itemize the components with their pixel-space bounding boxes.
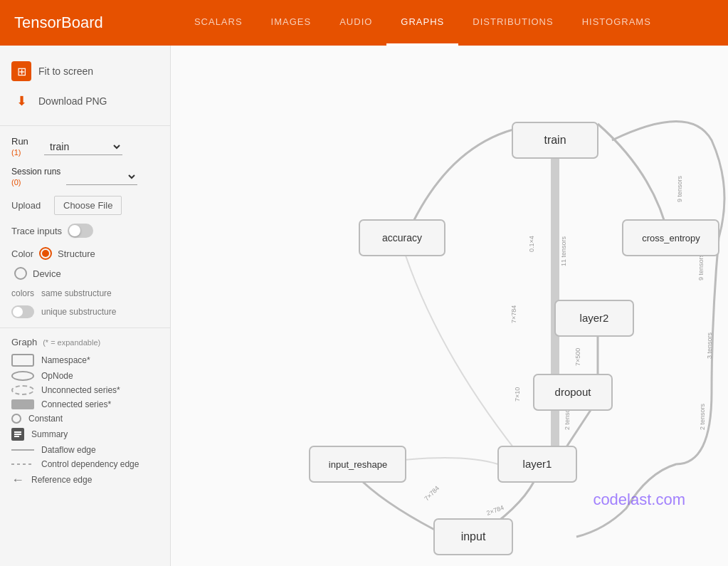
upload-label: Upload: [11, 200, 48, 211]
choose-file-button[interactable]: Choose File: [54, 196, 122, 215]
main-layout: ⊞ Fit to screen ⬇ Download PNG Run (1) t…: [0, 46, 728, 566]
legend-title: Graph: [11, 337, 37, 347]
svg-text:layer1: layer1: [523, 458, 552, 470]
structure-radio[interactable]: [39, 247, 52, 260]
download-icon: ⬇: [11, 91, 31, 111]
device-radio[interactable]: [14, 267, 27, 280]
legend-summary: Summary: [11, 426, 159, 443]
legend-reference-label: Reference edge: [31, 475, 92, 485]
same-substructure-label: same substructure: [41, 288, 112, 298]
legend-dataflow: Dataflow edge: [11, 443, 159, 457]
nav-links: SCALARS IMAGES AUDIO GRAPHS DISTRIBUTION…: [132, 0, 714, 46]
svg-text:11 tensors: 11 tensors: [560, 236, 567, 266]
fit-icon: ⊞: [11, 61, 31, 81]
svg-text:9 tensors: 9 tensors: [697, 253, 705, 281]
run-row: Run (1) train: [0, 132, 170, 162]
legend-opnode-label: OpNode: [41, 371, 73, 381]
legend-namespace-label: Namespace*: [41, 355, 90, 365]
legend-note: (* = expandable): [43, 338, 100, 347]
trace-inputs-label: Trace inputs: [11, 226, 62, 236]
unique-substructure-toggle[interactable]: [11, 305, 34, 318]
color-section: Color Structure Device: [0, 242, 170, 285]
same-substructure-row: colors same substructure: [0, 285, 170, 302]
unique-substructure-row: unique substructure: [0, 302, 170, 322]
session-select[interactable]: [66, 169, 137, 185]
session-label: Session runs: [11, 167, 60, 177]
nav-distributions[interactable]: DISTRIBUTIONS: [458, 0, 567, 46]
legend-connected: Connected series*: [11, 397, 159, 412]
nav-histograms[interactable]: HISTOGRAMS: [568, 0, 665, 46]
color-device-label: Device: [33, 268, 61, 279]
legend-connected-label: Connected series*: [41, 399, 111, 409]
legend-summary-label: Summary: [31, 429, 68, 439]
legend-constant-label: Constant: [28, 414, 63, 424]
svg-text:train: train: [544, 134, 566, 146]
legend-opnode: OpNode: [11, 369, 159, 383]
opnode-icon: [11, 371, 34, 381]
legend-constant: Constant: [11, 412, 159, 426]
svg-text:2 tensors: 2 tensors: [699, 403, 706, 430]
legend-dataflow-label: Dataflow edge: [41, 445, 96, 455]
trace-inputs-toggle[interactable]: [68, 224, 93, 238]
legend-namespace: Namespace*: [11, 352, 159, 369]
svg-text:7×500: 7×500: [574, 348, 581, 366]
color-device-option[interactable]: Device: [14, 265, 159, 282]
nav-scalars[interactable]: SCALARS: [180, 0, 257, 46]
svg-text:accuracy: accuracy: [382, 232, 422, 243]
unconnected-icon: [11, 385, 34, 395]
color-label: Color: [11, 248, 33, 259]
svg-text:3 tensors: 3 tensors: [706, 332, 713, 359]
run-count: (1): [11, 148, 21, 157]
nav-images[interactable]: IMAGES: [257, 0, 326, 46]
fit-to-screen-button[interactable]: ⊞ Fit to screen: [11, 58, 159, 84]
svg-rect-2: [14, 436, 19, 437]
svg-text:9 tensors: 9 tensors: [676, 175, 683, 202]
graph-svg: 7×784 11 tensors 7×500 2 tensors 9 tenso…: [171, 46, 728, 566]
trace-inputs-row: Trace inputs: [0, 219, 170, 242]
control-icon: [11, 463, 34, 465]
legend-unconnected: Unconnected series*: [11, 383, 159, 397]
fit-to-screen-label: Fit to screen: [38, 65, 93, 77]
run-label: Run: [11, 136, 28, 147]
svg-text:7×784: 7×784: [510, 305, 517, 323]
legend-control-label: Control dependency edge: [41, 459, 139, 469]
svg-text:dropout: dropout: [555, 386, 592, 398]
download-png-button[interactable]: ⬇ Download PNG: [11, 88, 159, 114]
run-select[interactable]: train: [44, 139, 122, 155]
namespace-icon: [11, 354, 34, 367]
unique-substructure-label: unique substructure: [41, 307, 116, 317]
svg-text:cross_entropy: cross_entropy: [642, 233, 700, 243]
constant-icon: [11, 414, 21, 424]
legend-unconnected-label: Unconnected series*: [41, 385, 120, 395]
session-row: Session runs (0): [0, 162, 170, 192]
summary-icon: [11, 428, 24, 441]
reference-icon: ←: [11, 473, 24, 486]
connected-icon: [11, 399, 34, 409]
nav-graphs[interactable]: GRAPHS: [386, 0, 458, 46]
graph-area[interactable]: 7×784 11 tensors 7×500 2 tensors 9 tenso…: [171, 46, 728, 566]
sidebar: ⊞ Fit to screen ⬇ Download PNG Run (1) t…: [0, 46, 171, 566]
upload-row: Upload Choose File: [0, 192, 170, 219]
nav-audio[interactable]: AUDIO: [325, 0, 386, 46]
sidebar-section-tools: ⊞ Fit to screen ⬇ Download PNG: [0, 53, 170, 120]
legend-section: Graph (* = expandable) Namespace* OpNode…: [0, 334, 170, 491]
dataflow-icon: [11, 449, 34, 451]
legend-reference: ← Reference edge: [11, 471, 159, 488]
colors-label: colors: [11, 288, 34, 298]
session-count: (0): [11, 178, 21, 187]
svg-rect-0: [14, 431, 21, 433]
svg-text:layer2: layer2: [580, 312, 609, 324]
svg-text:7×10: 7×10: [514, 387, 521, 402]
download-png-label: Download PNG: [38, 95, 107, 107]
legend-control: Control dependency edge: [11, 457, 159, 471]
app-title: TensorBoard: [14, 14, 103, 32]
svg-rect-1: [14, 434, 21, 435]
svg-rect-3: [171, 46, 728, 566]
color-structure-label: Structure: [58, 248, 95, 259]
topnav: TensorBoard SCALARS IMAGES AUDIO GRAPHS …: [0, 0, 728, 46]
svg-text:input_reshape: input_reshape: [329, 459, 387, 470]
svg-text:0.1×4: 0.1×4: [528, 236, 535, 252]
color-structure-option[interactable]: Structure: [39, 245, 95, 262]
svg-text:input: input: [461, 530, 486, 543]
